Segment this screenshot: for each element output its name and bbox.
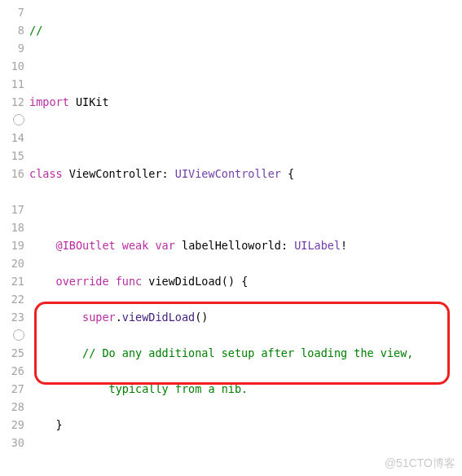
type-token: UILabel: [294, 239, 341, 252]
attribute-token: @IBOutlet: [56, 239, 116, 252]
breakpoint-marker: [0, 326, 24, 344]
keyword-token: super: [82, 311, 116, 324]
class-name-token: ViewController: [69, 167, 162, 180]
line-number: 14: [0, 129, 24, 147]
line-number: 19: [0, 236, 24, 254]
line-number: 17: [0, 201, 24, 218]
comment-token: typically from a nib.: [109, 382, 249, 395]
breakpoint-icon: [13, 329, 24, 341]
code-line: class ViewController: UIViewController {: [29, 165, 462, 183]
code-line: override func viewDidLoad() {: [29, 272, 462, 290]
breakpoint-marker: [0, 111, 24, 129]
code-line: @IBOutlet weak var labelHelloworld: UILa…: [29, 236, 462, 254]
code-line: [29, 129, 462, 147]
keyword-token: class: [29, 167, 63, 180]
type-token: UIViewController: [175, 167, 281, 180]
code-line: typically from a nib.: [29, 380, 462, 398]
line-number: 25: [0, 344, 24, 362]
code-line: [29, 201, 462, 218]
code-area[interactable]: // import UIKit class ViewController: UI…: [29, 0, 462, 476]
line-number: 18: [0, 218, 24, 236]
watermark: @51CTO博客: [385, 456, 455, 471]
line-gutter: 7 8 9 10 11 12 14 15 16 17 18 19 20 21 2…: [0, 0, 29, 476]
line-number: 29: [0, 416, 24, 434]
var-name-token: labelHelloworld: [182, 239, 281, 252]
method-token: viewDidLoad: [122, 311, 195, 324]
line-number: 27: [0, 380, 24, 398]
line-number: 11: [0, 75, 24, 93]
line-number: 30: [0, 434, 24, 452]
keyword-token: func: [116, 275, 143, 288]
line-number: 20: [0, 254, 24, 272]
code-line: // Do any additional setup after loading…: [29, 344, 462, 362]
keyword-token: var: [155, 239, 174, 252]
keyword-token: weak: [122, 239, 149, 252]
code-line: //: [29, 21, 462, 39]
line-number: 23: [0, 308, 24, 326]
line-number: 28: [0, 398, 24, 416]
keyword-token: override: [56, 275, 109, 288]
code-line: import UIKit: [29, 93, 462, 111]
line-number: 12: [0, 93, 24, 111]
line-number: 21: [0, 272, 24, 290]
line-number: 7: [0, 3, 24, 21]
line-number: 10: [0, 57, 24, 75]
line-number: 15: [0, 147, 24, 165]
line-number: 16: [0, 165, 24, 183]
keyword-token: import: [29, 95, 69, 108]
code-line: [29, 57, 462, 75]
func-name-token: viewDidLoad: [148, 275, 221, 288]
line-number: 26: [0, 362, 24, 380]
line-number: 8: [0, 21, 24, 39]
line-number: [0, 183, 24, 201]
comment-token: //: [29, 24, 42, 37]
code-line: super.viewDidLoad(): [29, 308, 462, 326]
line-number: 22: [0, 290, 24, 308]
comment-token: // Do any additional setup after loading…: [82, 346, 413, 359]
code-editor: 7 8 9 10 11 12 14 15 16 17 18 19 20 21 2…: [0, 0, 462, 476]
module-token: UIKit: [76, 95, 109, 108]
code-line: }: [29, 416, 462, 434]
breakpoint-icon: [13, 114, 24, 126]
line-number: 9: [0, 39, 24, 57]
